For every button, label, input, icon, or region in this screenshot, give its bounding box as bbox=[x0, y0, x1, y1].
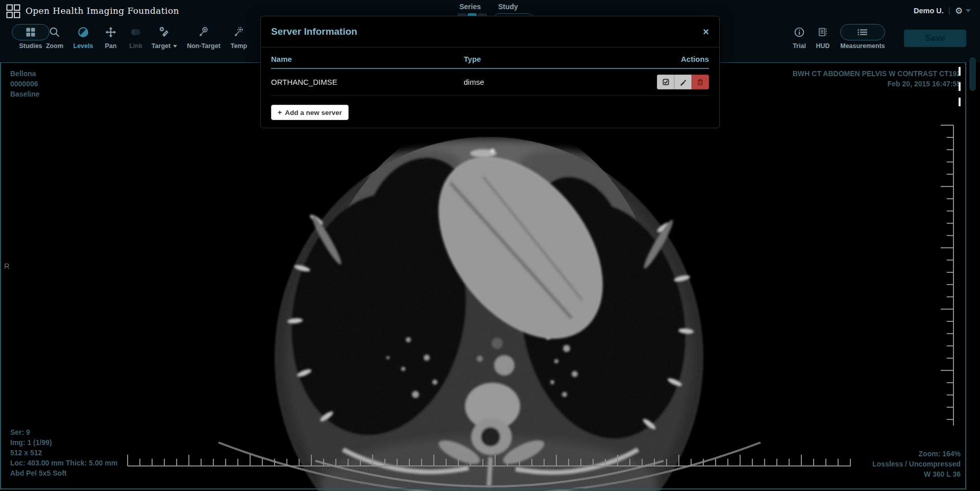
orientation-marker-right: R bbox=[4, 262, 10, 270]
close-icon[interactable]: × bbox=[703, 27, 709, 37]
tool-measurements[interactable]: Measurements bbox=[837, 24, 888, 57]
patient-id: 0000006 bbox=[10, 79, 40, 89]
study-datetime: Feb 20, 2015 16:47:55 bbox=[793, 79, 961, 89]
modal-title: Server Information bbox=[271, 26, 357, 37]
ohif-viewer-screen: Bellona 0000006 Baseline BWH CT ABDOMEN … bbox=[0, 0, 980, 491]
zoom-level: Zoom: 164% bbox=[872, 449, 961, 459]
magnifier-icon bbox=[49, 27, 60, 38]
scroll-indicator-dash bbox=[959, 98, 961, 106]
overlay-bottom-right: Zoom: 164% Lossless / Uncompressed W 360… bbox=[872, 449, 961, 479]
tool-non-target[interactable]: Non-Target bbox=[184, 24, 224, 57]
tool-label: Target bbox=[152, 42, 177, 50]
series-description: Abd Pel 5x5 Soft bbox=[10, 468, 117, 478]
tool-hud[interactable]: HUD bbox=[813, 24, 833, 57]
ruler-target-icon bbox=[159, 27, 170, 38]
pan-arrows-icon bbox=[105, 27, 116, 38]
row-actions bbox=[657, 75, 709, 89]
tool-temp[interactable]: Temp bbox=[227, 24, 251, 57]
patient-name: Bellona bbox=[10, 68, 40, 79]
info-circle-icon bbox=[794, 27, 805, 38]
timepoint-label: Baseline bbox=[10, 89, 40, 99]
right-ruler bbox=[941, 125, 953, 426]
add-server-label: Add a new server bbox=[285, 109, 342, 116]
list-icon bbox=[856, 27, 869, 37]
image-number: Img: 1 (1/99) bbox=[10, 437, 117, 448]
tool-label: Levels bbox=[74, 42, 93, 50]
link-circles-icon bbox=[129, 27, 142, 37]
tab-study[interactable]: Study bbox=[498, 3, 518, 11]
trash-icon bbox=[697, 78, 704, 86]
checkbox-check-icon bbox=[662, 78, 670, 86]
user-name: Demo U. bbox=[914, 7, 944, 15]
tool-label: HUD bbox=[816, 42, 829, 50]
divider: | bbox=[948, 6, 950, 15]
activate-server-button[interactable] bbox=[657, 75, 674, 89]
gear-icon[interactable]: ⚙ bbox=[955, 7, 963, 15]
plus-icon: + bbox=[278, 108, 282, 116]
app-title: Open Health Imaging Foundation bbox=[26, 6, 179, 16]
tool-label: Zoom bbox=[46, 42, 63, 50]
save-button[interactable]: Save bbox=[904, 30, 966, 47]
modal-body: Name Type Actions ORTHANC_DIMSE dimse bbox=[261, 48, 719, 120]
column-header-name: Name bbox=[271, 48, 464, 68]
tool-levels[interactable]: Levels bbox=[70, 24, 96, 57]
edit-server-button[interactable] bbox=[674, 75, 692, 89]
pencil-icon bbox=[679, 79, 687, 86]
tool-label: Studies bbox=[19, 42, 42, 50]
scrollbar-thumb[interactable] bbox=[969, 57, 976, 91]
compression-info: Lossless / Uncompressed bbox=[872, 459, 961, 469]
overlay-top-right: BWH CT ABDOMEN PELVIS W CONTRAST CT192 F… bbox=[793, 68, 961, 89]
ohif-logo-icon bbox=[6, 4, 20, 18]
server-information-modal: Server Information × Name Type Actions O… bbox=[260, 16, 720, 128]
study-description: BWH CT ABDOMEN PELVIS W CONTRAST CT192 bbox=[793, 68, 961, 79]
delete-server-button[interactable] bbox=[692, 75, 709, 89]
series-number: Ser: 9 bbox=[10, 427, 117, 437]
user-menu[interactable]: Demo U. | ⚙ bbox=[914, 4, 971, 17]
tool-target[interactable]: Target bbox=[149, 24, 180, 57]
chevron-down-icon bbox=[966, 9, 971, 12]
server-type-cell: dimse bbox=[464, 68, 644, 96]
tool-zoom[interactable]: Zoom bbox=[43, 24, 66, 57]
scroll-indicator-dash bbox=[959, 67, 961, 76]
chevron-down-icon bbox=[173, 45, 177, 48]
tool-label: Link bbox=[129, 42, 142, 50]
tool-trial[interactable]: Trial bbox=[789, 24, 810, 57]
scroll-indicator-dash bbox=[959, 82, 961, 91]
tool-label: Temp bbox=[231, 42, 247, 50]
nontarget-icon bbox=[198, 27, 209, 38]
tool-label: Pan bbox=[105, 42, 117, 50]
modal-header: Server Information × bbox=[261, 16, 719, 48]
tool-pan[interactable]: Pan bbox=[100, 24, 121, 57]
overlay-top-left: Bellona 0000006 Baseline bbox=[10, 68, 40, 99]
contrast-circle-icon bbox=[78, 27, 89, 38]
column-header-actions: Actions bbox=[643, 48, 709, 68]
tool-label: Non-Target bbox=[187, 42, 220, 50]
column-header-type: Type bbox=[464, 48, 644, 68]
window-level: W 360 L 36 bbox=[872, 469, 961, 479]
slice-location: Loc: 403.00 mm Thick: 5.00 mm bbox=[10, 458, 117, 468]
grid-icon bbox=[26, 28, 35, 37]
tool-link[interactable]: Link bbox=[126, 24, 146, 57]
table-row: ORTHANC_DIMSE dimse bbox=[271, 68, 709, 96]
temp-target-icon bbox=[233, 27, 244, 38]
server-table: Name Type Actions ORTHANC_DIMSE dimse bbox=[271, 48, 709, 96]
add-server-button[interactable]: + Add a new server bbox=[271, 105, 349, 120]
tab-series[interactable]: Series bbox=[459, 3, 481, 11]
tool-label: Measurements bbox=[840, 42, 885, 50]
hud-panel-icon bbox=[817, 27, 828, 38]
overlay-bottom-left: Ser: 9 Img: 1 (1/99) 512 x 512 Loc: 403.… bbox=[10, 427, 117, 478]
tool-label: Trial bbox=[793, 42, 806, 50]
server-name-cell: ORTHANC_DIMSE bbox=[271, 68, 464, 96]
image-dimensions: 512 x 512 bbox=[10, 448, 117, 458]
